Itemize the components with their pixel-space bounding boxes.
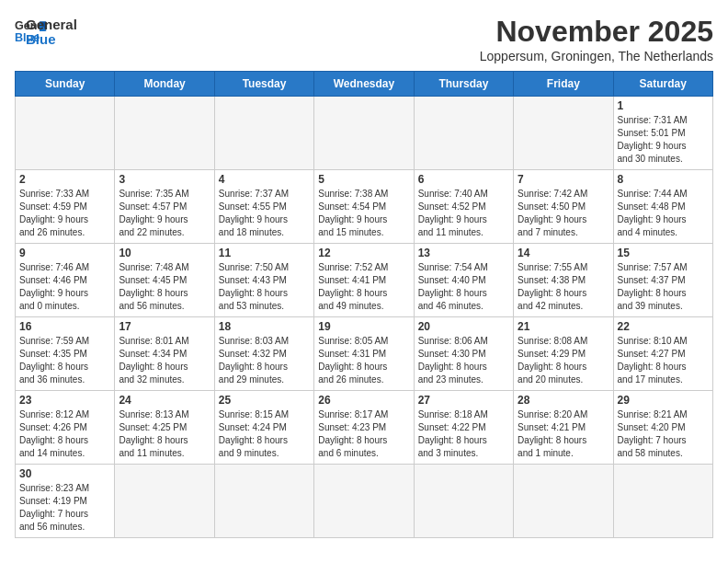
day-info: Sunrise: 8:18 AM Sunset: 4:22 PM Dayligh… [418,408,509,460]
day-info: Sunrise: 8:10 AM Sunset: 4:27 PM Dayligh… [618,335,709,386]
day-info: Sunrise: 7:54 AM Sunset: 4:40 PM Dayligh… [418,261,509,313]
calendar-day-cell: 13Sunrise: 7:54 AM Sunset: 4:40 PM Dayli… [414,244,513,317]
calendar-day-cell: 18Sunrise: 8:03 AM Sunset: 4:32 PM Dayli… [214,317,313,391]
day-info: Sunrise: 8:12 AM Sunset: 4:26 PM Dayligh… [19,408,110,460]
calendar-day-cell: 11Sunrise: 7:50 AM Sunset: 4:43 PM Dayli… [214,244,313,317]
calendar-day-cell: 22Sunrise: 8:10 AM Sunset: 4:27 PM Dayli… [613,317,712,391]
day-number: 13 [418,247,509,259]
calendar-day-cell [16,97,115,170]
month-title: November 2025 [480,15,713,49]
day-number: 17 [119,320,210,333]
calendar-day-cell: 8Sunrise: 7:44 AM Sunset: 4:48 PM Daylig… [613,170,712,244]
calendar-day-cell: 26Sunrise: 8:17 AM Sunset: 4:23 PM Dayli… [314,391,414,465]
calendar-day-cell: 27Sunrise: 8:18 AM Sunset: 4:22 PM Dayli… [414,391,513,465]
calendar-day-cell: 30Sunrise: 8:23 AM Sunset: 4:19 PM Dayli… [16,465,115,538]
calendar-day-cell: 15Sunrise: 7:57 AM Sunset: 4:37 PM Dayli… [613,244,712,317]
calendar-day-cell: 9Sunrise: 7:46 AM Sunset: 4:46 PM Daylig… [16,244,115,317]
day-number: 30 [19,467,110,480]
calendar-day-cell: 14Sunrise: 7:55 AM Sunset: 4:38 PM Dayli… [514,244,613,317]
day-info: Sunrise: 7:59 AM Sunset: 4:35 PM Dayligh… [19,335,110,386]
day-number: 15 [618,247,709,259]
calendar-day-cell [514,465,613,538]
calendar-day-cell [314,465,414,538]
day-info: Sunrise: 7:31 AM Sunset: 5:01 PM Dayligh… [618,114,709,166]
calendar-day-cell [314,97,414,170]
day-number: 3 [119,173,210,186]
calendar-day-cell [115,97,214,170]
day-number: 24 [119,394,210,407]
calendar-day-cell: 29Sunrise: 8:21 AM Sunset: 4:20 PM Dayli… [613,391,712,465]
day-info: Sunrise: 7:40 AM Sunset: 4:52 PM Dayligh… [418,188,509,239]
day-number: 28 [518,394,609,407]
day-number: 2 [19,173,110,186]
day-number: 21 [518,320,609,333]
calendar-day-cell: 7Sunrise: 7:42 AM Sunset: 4:50 PM Daylig… [514,170,613,244]
day-number: 11 [219,247,310,259]
day-number: 23 [19,394,110,407]
calendar-day-cell: 10Sunrise: 7:48 AM Sunset: 4:45 PM Dayli… [115,244,214,317]
day-info: Sunrise: 8:17 AM Sunset: 4:23 PM Dayligh… [318,408,409,460]
calendar-day-cell: 20Sunrise: 8:06 AM Sunset: 4:30 PM Dayli… [414,317,513,391]
day-info: Sunrise: 8:13 AM Sunset: 4:25 PM Dayligh… [119,408,210,460]
calendar-week-row: 9Sunrise: 7:46 AM Sunset: 4:46 PM Daylig… [16,244,713,317]
day-number: 18 [219,320,310,333]
weekday-header-thursday: Thursday [414,72,513,97]
day-info: Sunrise: 7:33 AM Sunset: 4:59 PM Dayligh… [19,188,110,239]
calendar-day-cell [613,465,712,538]
weekday-header-monday: Monday [115,72,214,97]
calendar-table: SundayMondayTuesdayWednesdayThursdayFrid… [15,71,713,538]
day-number: 29 [618,394,709,407]
day-number: 27 [418,394,509,407]
weekday-header-row: SundayMondayTuesdayWednesdayThursdayFrid… [16,72,713,97]
calendar-day-cell: 3Sunrise: 7:35 AM Sunset: 4:57 PM Daylig… [115,170,214,244]
day-info: Sunrise: 7:55 AM Sunset: 4:38 PM Dayligh… [518,261,609,313]
calendar-day-cell: 1Sunrise: 7:31 AM Sunset: 5:01 PM Daylig… [613,97,712,170]
day-info: Sunrise: 7:48 AM Sunset: 4:45 PM Dayligh… [119,261,210,313]
day-number: 22 [618,320,709,333]
day-number: 5 [318,173,409,186]
day-info: Sunrise: 7:44 AM Sunset: 4:48 PM Dayligh… [618,188,709,239]
day-info: Sunrise: 7:42 AM Sunset: 4:50 PM Dayligh… [518,188,609,239]
calendar-day-cell: 28Sunrise: 8:20 AM Sunset: 4:21 PM Dayli… [514,391,613,465]
calendar-day-cell: 6Sunrise: 7:40 AM Sunset: 4:52 PM Daylig… [414,170,513,244]
day-number: 6 [418,173,509,186]
weekday-header-saturday: Saturday [613,72,712,97]
calendar-week-row: 2Sunrise: 7:33 AM Sunset: 4:59 PM Daylig… [16,170,713,244]
day-number: 10 [119,247,210,259]
location-subtitle: Loppersum, Groningen, The Netherlands [480,49,713,63]
day-info: Sunrise: 7:52 AM Sunset: 4:41 PM Dayligh… [318,261,409,313]
day-number: 7 [518,173,609,186]
day-number: 20 [418,320,509,333]
day-info: Sunrise: 8:01 AM Sunset: 4:34 PM Dayligh… [119,335,210,386]
day-info: Sunrise: 8:05 AM Sunset: 4:31 PM Dayligh… [318,335,409,386]
calendar-day-cell [414,97,513,170]
day-info: Sunrise: 8:06 AM Sunset: 4:30 PM Dayligh… [418,335,509,386]
day-number: 8 [618,173,709,186]
logo-blue: Blue [26,32,77,48]
calendar-day-cell [214,97,313,170]
day-info: Sunrise: 7:50 AM Sunset: 4:43 PM Dayligh… [219,261,310,313]
day-info: Sunrise: 7:57 AM Sunset: 4:37 PM Dayligh… [618,261,709,313]
day-info: Sunrise: 8:21 AM Sunset: 4:20 PM Dayligh… [618,408,709,460]
day-info: Sunrise: 8:20 AM Sunset: 4:21 PM Dayligh… [518,408,609,460]
day-number: 16 [19,320,110,333]
calendar-day-cell [514,97,613,170]
calendar-week-row: 1Sunrise: 7:31 AM Sunset: 5:01 PM Daylig… [16,97,713,170]
day-info: Sunrise: 8:23 AM Sunset: 4:19 PM Dayligh… [19,482,110,534]
day-info: Sunrise: 7:35 AM Sunset: 4:57 PM Dayligh… [119,188,210,239]
calendar-day-cell: 24Sunrise: 8:13 AM Sunset: 4:25 PM Dayli… [115,391,214,465]
day-number: 26 [318,394,409,407]
calendar-day-cell: 21Sunrise: 8:08 AM Sunset: 4:29 PM Dayli… [514,317,613,391]
calendar-day-cell: 17Sunrise: 8:01 AM Sunset: 4:34 PM Dayli… [115,317,214,391]
day-number: 14 [518,247,609,259]
day-number: 9 [19,247,110,259]
page-header: General Blue General Blue November 2025 … [15,15,713,63]
weekday-header-sunday: Sunday [16,72,115,97]
weekday-header-tuesday: Tuesday [214,72,313,97]
weekday-header-wednesday: Wednesday [314,72,414,97]
weekday-header-friday: Friday [514,72,613,97]
day-number: 12 [318,247,409,259]
calendar-day-cell: 12Sunrise: 7:52 AM Sunset: 4:41 PM Dayli… [314,244,414,317]
calendar-week-row: 30Sunrise: 8:23 AM Sunset: 4:19 PM Dayli… [16,465,713,538]
calendar-day-cell: 2Sunrise: 7:33 AM Sunset: 4:59 PM Daylig… [16,170,115,244]
